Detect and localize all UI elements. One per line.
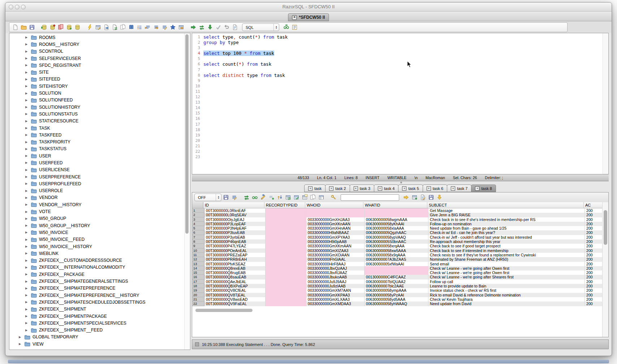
tab-task-8[interactable]: ✕task 8: [471, 185, 496, 192]
expand-arrow-icon[interactable]: ▶: [25, 126, 29, 130]
table-lookup-icon[interactable]: [177, 23, 185, 31]
new-connection-icon[interactable]: [65, 23, 73, 31]
expand-arrow-icon[interactable]: ▶: [25, 112, 29, 116]
table-row[interactable]: 400T3000000P3LopEAF0033000000GmXKnAAN006…: [192, 222, 603, 226]
table-row[interactable]: 1000T3000000POeAnEAL0033000000GmXIZAA300…: [192, 248, 603, 253]
tab-task-5[interactable]: ✕task 5: [398, 185, 423, 192]
export-query-icon[interactable]: [103, 23, 110, 31]
tree-item-task[interactable]: ▶TASK: [9, 125, 184, 131]
auto-commit-select[interactable]: OFF ▲▼: [194, 194, 221, 201]
table-row[interactable]: 1500T3000000Q8rugEAB0033000000JbvRJAAZCh…: [192, 270, 603, 275]
table-row[interactable]: 200T3000000L0RqSEAVGive Jenn a BIG RAISE…: [192, 213, 603, 217]
table-row[interactable]: 2100T3000000QV8wsEAD0033000000GmXLXAA300…: [192, 297, 603, 302]
table-row[interactable]: 2200T3000000QV9FaEAL0033000000GmXMDAA300…: [192, 302, 603, 306]
expand-arrow-icon[interactable]: ▶: [25, 321, 29, 325]
expand-arrow-icon[interactable]: ▶: [25, 133, 29, 136]
expand-arrow-icon[interactable]: ▶: [25, 259, 29, 262]
table-row[interactable]: 1100T3000000PREZaEAP0033000000GmXOiAAN00…: [192, 253, 603, 257]
expand-arrow-icon[interactable]: ▶: [25, 71, 29, 74]
expand-arrow-icon[interactable]: ▶: [25, 57, 29, 60]
primary-key-icon[interactable]: [330, 194, 337, 201]
connection-error-icon[interactable]: [49, 23, 56, 31]
expand-arrow-icon[interactable]: ▶: [25, 245, 29, 248]
tree-item-userlicense[interactable]: ▶USERLICENSE: [9, 166, 184, 173]
tree-item-weblink[interactable]: ▶WEBLINK: [9, 250, 184, 257]
sort-results-icon[interactable]: [152, 23, 160, 31]
column-header-recordtypeid[interactable]: RECORDTYPEID: [264, 202, 305, 208]
tree-item-taskfeed[interactable]: ▶TASKFEED: [9, 131, 184, 138]
favorites-icon[interactable]: [169, 23, 177, 31]
table-row[interactable]: 1400T3000000Q8rexEAB0033000000JbvQzAAJCh…: [192, 266, 603, 270]
expand-arrow-icon[interactable]: ▶: [25, 308, 29, 311]
execute-forward-icon[interactable]: [190, 23, 197, 31]
save-icon[interactable]: [28, 23, 36, 31]
tree-item-zkfedex-shipmentspecialservices[interactable]: ▶ZKFEDEX__SHIPMENTSPECIALSERVICES: [9, 320, 184, 326]
expand-arrow-icon[interactable]: ▶: [25, 196, 29, 199]
sort-rows-icon[interactable]: [276, 194, 284, 201]
tree-item-rooms-history[interactable]: ▶ROOMS__HISTORY: [9, 41, 184, 48]
expand-arrow-icon[interactable]: ▶: [25, 43, 29, 46]
rollback-icon[interactable]: [223, 23, 230, 31]
expand-arrow-icon[interactable]: ▶: [25, 189, 29, 192]
expand-arrow-icon[interactable]: ▶: [25, 182, 29, 185]
describe-table-icon[interactable]: [128, 23, 135, 31]
grid-hscrollbar-thumb[interactable]: [195, 309, 253, 312]
close-tab-icon[interactable]: ✕: [451, 186, 455, 191]
insert-row-icon[interactable]: [268, 194, 275, 201]
expand-arrow-icon[interactable]: ▶: [25, 140, 29, 144]
refresh-query-icon[interactable]: [111, 23, 118, 31]
tree-item-vote[interactable]: ▶VOTE: [9, 208, 184, 215]
expand-arrow-icon[interactable]: ▶: [25, 168, 29, 172]
tree-item-solutionhistory[interactable]: ▶SOLUTIONHISTORY: [9, 104, 184, 110]
tree-item-userrole[interactable]: ▶USERROLE: [9, 187, 184, 194]
splitter-grip[interactable]: [400, 182, 402, 183]
expand-arrow-icon[interactable]: ▶: [25, 252, 29, 255]
table-row[interactable]: 800T3000000P46qnEAB0033000000H9i0pAAB006…: [192, 239, 603, 244]
expand-arrow-icon[interactable]: ▶: [25, 161, 29, 164]
expand-arrow-icon[interactable]: ▶: [25, 64, 29, 67]
tree-item-scontrol[interactable]: ▶SCONTROL: [9, 48, 184, 55]
commit-icon[interactable]: [215, 23, 222, 31]
refresh-table-icon[interactable]: [284, 194, 292, 201]
switch-statement-icon[interactable]: [198, 23, 206, 31]
table-row[interactable]: 1700T3000000QAeJbEAL0033000000Ju9J9AAJ00…: [192, 280, 603, 284]
connect-icon[interactable]: [40, 23, 48, 31]
sql-editor[interactable]: 1234567891011121314151617181920212223 se…: [192, 33, 609, 174]
close-tab-icon[interactable]: ✕: [329, 186, 333, 191]
table-row[interactable]: 1800T3000000QBXPeEAP0033000000Ju9zlAAB00…: [192, 284, 603, 288]
tree-item-view[interactable]: ▶VIEW: [9, 341, 184, 347]
tree-item-zkfedex-shipmategeneralsettings[interactable]: ▶ZKFEDEX__SHIPMATEGENERALSETTINGS: [9, 278, 184, 285]
close-document-icon[interactable]: ✕: [292, 15, 297, 20]
title-bar[interactable]: RazorSQL - SFDCW50 II: [5, 3, 612, 12]
table-row[interactable]: 100T3000000L0RknEAFGet Massage200: [192, 208, 603, 213]
table-row[interactable]: 1300T3000000PfvKSEAZ0033000000HirF8AAJ00…: [192, 262, 603, 266]
expand-arrow-icon[interactable]: ▶: [25, 50, 29, 53]
execute-all-icon[interactable]: [206, 23, 214, 31]
select-stepper-icon[interactable]: ▲▼: [216, 194, 221, 201]
expand-arrow-icon[interactable]: ▶: [25, 329, 29, 332]
tree-item-global-temporary[interactable]: ▶GLOBAL TEMPORARY: [9, 334, 184, 341]
tree-item-staticresource[interactable]: ▶STATICRESOURCE: [9, 118, 184, 125]
tree-item-selfserviceuser[interactable]: ▶SELFSERVICEUSER: [9, 55, 184, 62]
tree-item-w50-group-history[interactable]: ▶W50_GROUP__HISTORY: [9, 222, 184, 229]
tab-task-6[interactable]: ✕task 6: [423, 185, 447, 192]
tree-item-rooms[interactable]: ▶ROOMS: [9, 34, 184, 41]
tree-item-solution[interactable]: ▶SOLUTION: [9, 90, 184, 96]
close-tab-icon[interactable]: ✕: [378, 186, 382, 191]
tab-task-4[interactable]: ✕task 4: [374, 185, 398, 192]
table-row[interactable]: 600T3000000P3tuvEAB0033000000H9aNBAAZ006…: [192, 230, 603, 235]
export-results-down-icon[interactable]: [436, 194, 443, 201]
tree-item-solutionstatus[interactable]: ▶SOLUTIONSTATUS: [9, 110, 184, 117]
tree-item-userprofilefeed[interactable]: ▶USERPROFILEFEED: [9, 180, 184, 187]
tree-item-w50-invoice-history[interactable]: ▶W50_INVOICE__HISTORY: [9, 243, 184, 250]
sql-mode-select[interactable]: SQL ▲▼: [242, 23, 279, 31]
close-tab-icon[interactable]: ✕: [308, 186, 312, 191]
table-row[interactable]: 500T3000000P3N4pEAF0033000000GmXHnAAN006…: [192, 226, 603, 230]
tree-item-w50-invoice[interactable]: ▶W50_INVOICE: [9, 229, 184, 236]
column-header-id[interactable]: ID: [203, 202, 264, 208]
tree-item-zkfedex-shipmentpackage[interactable]: ▶ZKFEDEX__SHIPMENTPACKAGE: [9, 313, 184, 320]
grid-vscrollbar[interactable]: [602, 202, 608, 337]
expand-arrow-icon[interactable]: ▶: [25, 273, 29, 276]
save-results-icon[interactable]: [222, 194, 230, 201]
save-table-icon[interactable]: [427, 194, 435, 201]
